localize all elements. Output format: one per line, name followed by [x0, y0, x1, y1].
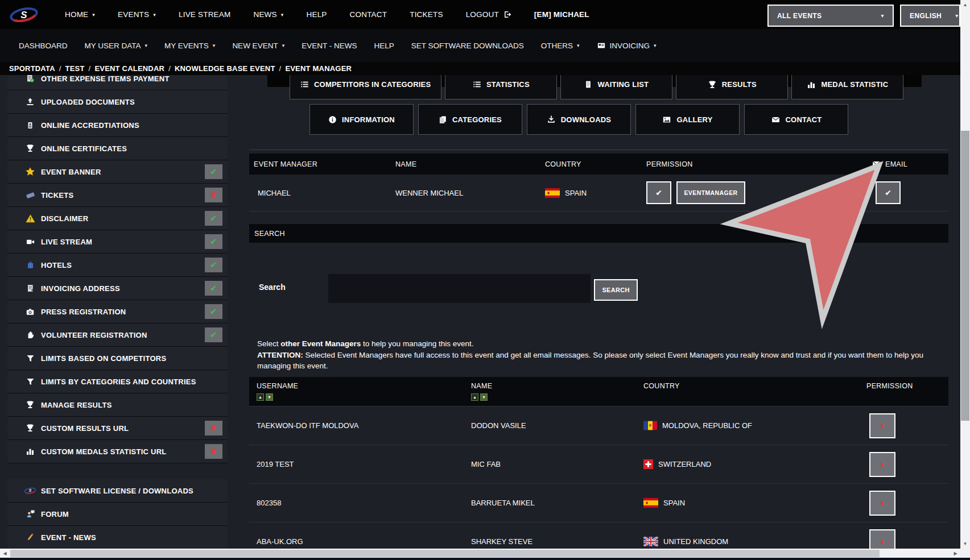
tab-downloads[interactable]: DOWNLOADS — [527, 104, 631, 135]
header-event-manager: EVENT MANAGER — [249, 160, 391, 168]
remove-manager-button[interactable]: x — [869, 452, 895, 477]
status-cross-button[interactable]: ✘ — [205, 444, 222, 459]
sidebar-item-custom-results-url[interactable]: CUSTOM RESULTS URL ✘ — [7, 417, 228, 440]
sort-asc-icon[interactable]: ▲ — [471, 393, 478, 401]
scroll-up-icon[interactable]: ▲ — [960, 0, 970, 10]
sidebar-item-manage-results[interactable]: MANAGE RESULTS — [7, 393, 228, 417]
manager-name: WENNER MICHAEL — [391, 189, 540, 197]
main-nav-item-dashboard[interactable]: DASHBOARD — [10, 42, 76, 50]
sidebar-item-online-certificates[interactable]: ONLINE CERTIFICATES — [7, 137, 228, 160]
search-button[interactable]: SEARCH — [594, 279, 638, 301]
main-nav-item-my-events[interactable]: MY EVENTS ▾ — [156, 42, 224, 50]
status-check-button[interactable]: ✔ — [205, 211, 222, 226]
email-check-button[interactable]: ✔ — [876, 181, 901, 204]
vertical-scrollbar[interactable]: ▲ ▼ — [960, 0, 970, 549]
status-check-button[interactable]: ✔ — [205, 281, 222, 296]
remove-manager-button[interactable]: x — [869, 491, 895, 516]
camera-icon — [24, 308, 36, 316]
sidebar-item-event-news[interactable]: EVENT - NEWS — [7, 526, 228, 549]
gb-flag-icon — [643, 537, 658, 546]
sidebar-item-live-stream[interactable]: LIVE STREAM ✔ — [7, 230, 228, 254]
main-nav-item-event-news[interactable]: EVENT - NEWS — [293, 42, 365, 50]
vertical-scroll-thumb[interactable] — [961, 131, 969, 421]
top-nav: HOME ▾ EVENTS ▾ LIVE STREAM NEWS ▾ HELP — [53, 10, 601, 19]
tab-information[interactable]: INFORMATION — [309, 104, 414, 135]
funnel-icon — [24, 354, 36, 363]
top-nav-item-logout[interactable]: LOGOUT — [455, 10, 523, 19]
permission-check-button[interactable]: ✔ — [646, 181, 671, 204]
top-nav-item-news[interactable]: NEWS ▾ — [242, 10, 295, 19]
sidebar-item-invoicing-address[interactable]: $ INVOICING ADDRESS ✔ — [7, 277, 228, 300]
sidebar-item-tickets[interactable]: TICKETS ✘ — [7, 184, 228, 207]
row-username: 802358 — [249, 499, 464, 507]
main-nav-item-help[interactable]: HELP — [365, 42, 402, 50]
horizontal-scroll-thumb[interactable] — [10, 550, 880, 557]
top-nav-item-live-stream[interactable]: LIVE STREAM — [167, 10, 242, 19]
breadcrumb-item-event-calendar[interactable]: EVENT CALENDAR — [94, 64, 164, 73]
breadcrumb-item-event-manager[interactable]: EVENT MANAGER — [285, 64, 352, 73]
sidebar-item-set-software-license-downloads[interactable]: S SET SOFTWARE LICENSE / DOWNLOADS — [7, 479, 228, 503]
copy-icon — [439, 115, 447, 124]
svg-text:S: S — [29, 488, 32, 492]
status-check-button[interactable]: ✔ — [205, 234, 222, 249]
sidebar-item-forum[interactable]: FORUM — [7, 503, 228, 526]
sidebar-item-press-registration[interactable]: PRESS REGISTRATION ✔ — [7, 300, 228, 323]
language-dropdown[interactable]: ENGLISH ▾ — [900, 5, 960, 27]
top-nav-item-events[interactable]: EVENTS ▾ — [106, 10, 167, 19]
manager-row: TAEKWON-DO ITF MOLDOVA DODON VASILE MOLD… — [249, 406, 948, 445]
all-events-dropdown[interactable]: ALL EVENTS ▾ — [767, 5, 894, 27]
sidebar-item-limits-by-categories-and-countries[interactable]: LIMITS BY CATEGORIES AND COUNTRIES — [7, 370, 228, 393]
breadcrumb-item-knowledge-base-event[interactable]: KNOWLEDGE BASE EVENT — [175, 64, 275, 73]
main-nav-item-others[interactable]: OTHERS ▾ — [533, 42, 588, 50]
header-permission: PERMISSION — [859, 377, 948, 406]
scroll-right-icon[interactable]: ▶ — [951, 549, 960, 558]
scroll-down-icon[interactable]: ▼ — [960, 539, 970, 549]
status-check-button[interactable]: ✔ — [205, 327, 222, 342]
breadcrumb-item-sportdata[interactable]: SPORTDATA — [9, 64, 55, 73]
manager-row: 2019 TEST MIC FAB SWITZERLAND x — [249, 445, 948, 483]
main-nav-item-set-software-downloads[interactable]: SET SOFTWARE DOWNLOADS — [403, 42, 533, 50]
status-check-button[interactable]: ✔ — [205, 258, 222, 272]
status-cross-button[interactable]: ✘ — [205, 188, 222, 202]
top-nav-item-tickets[interactable]: TICKETS — [398, 10, 454, 19]
page-bottom-edge — [0, 558, 970, 560]
sort-desc-icon[interactable]: ▼ — [266, 393, 273, 401]
top-nav-item-contact[interactable]: CONTACT — [339, 10, 399, 19]
top-nav-item-home[interactable]: HOME ▾ — [53, 10, 106, 19]
sidebar-item-uploaded-documents[interactable]: UPLOADED DOCUMENTS — [7, 90, 228, 114]
status-cross-button[interactable]: ✘ — [205, 421, 222, 435]
sort-asc-icon[interactable]: ▲ — [257, 393, 264, 401]
main-nav-item-new-event[interactable]: NEW EVENT ▾ — [224, 42, 293, 50]
chevron-down-icon: ▾ — [92, 12, 95, 18]
tab-contact[interactable]: CONTACT — [744, 104, 848, 135]
sidebar-item-hotels[interactable]: HOTELS ✔ — [7, 254, 228, 277]
tab-categories[interactable]: CATEGORIES — [418, 104, 522, 135]
chevron-down-icon: ▾ — [282, 43, 285, 48]
main-nav-item-invoicing[interactable]: INVOICING ▾ — [588, 42, 665, 50]
status-check-button[interactable]: ✔ — [205, 164, 222, 179]
breadcrumb-item-test[interactable]: TEST — [65, 64, 85, 73]
sidebar-item-event-banner[interactable]: EVENT BANNER ✔ — [7, 160, 228, 184]
chevron-down-icon: ▾ — [654, 43, 657, 48]
sidebar-item-online-accredtiations[interactable]: ONLINE ACCREDTIATIONS — [7, 114, 228, 137]
top-nav-item-em-michael[interactable]: [EM] MICHAEL — [523, 10, 601, 19]
chevron-down-icon: ▾ — [881, 13, 884, 19]
sort-desc-icon[interactable]: ▼ — [480, 393, 488, 401]
remove-manager-button[interactable]: x — [869, 413, 895, 438]
eventmanager-badge-button[interactable]: EVENTMANAGER — [676, 181, 745, 204]
trophy-w-icon — [708, 80, 717, 89]
svg-text:S: S — [20, 10, 27, 20]
search-input[interactable] — [328, 274, 591, 303]
sidebar-item-limits-based-on-competitors[interactable]: LIMITS BASED ON COMPETITORS — [7, 347, 228, 370]
sportdata-logo-icon[interactable]: S — [9, 6, 39, 23]
sidebar-item-custom-medals-statistic-url[interactable]: CUSTOM MEDALS STATISTIC URL ✘ — [7, 440, 228, 463]
tab-gallery[interactable]: GALLERY — [635, 104, 740, 135]
scroll-left-icon[interactable]: ◀ — [0, 549, 10, 558]
main-nav-item-my-user-data[interactable]: MY USER DATA ▾ — [76, 42, 156, 50]
upload-icon — [24, 97, 36, 106]
top-nav-item-help[interactable]: HELP — [295, 10, 338, 19]
sidebar-item-volunteer-registration[interactable]: VOLUNTEER REGISTRATION ✔ — [7, 323, 228, 347]
status-check-button[interactable]: ✔ — [205, 304, 222, 319]
horizontal-scrollbar[interactable]: ◀ ▶ — [0, 549, 960, 558]
sidebar-item-disclaimer[interactable]: DISCLAIMER ✔ — [7, 207, 228, 230]
